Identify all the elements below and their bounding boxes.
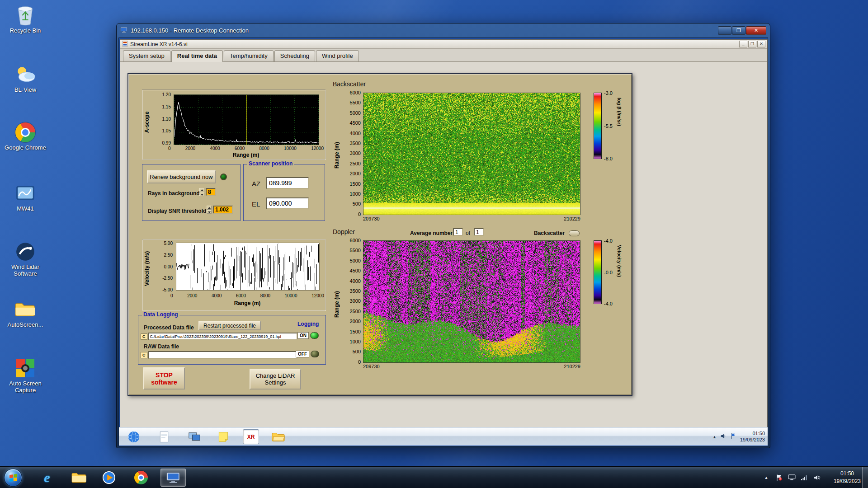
vi-restore-button[interactable]: ❐	[748, 41, 756, 47]
maximize-button[interactable]: ❐	[732, 26, 745, 35]
doppler-colorbar	[594, 240, 602, 304]
raw-path-drive[interactable]: C	[141, 352, 147, 358]
ascope-xticks: 020004000600080001000012000	[168, 146, 324, 151]
off-label: OFF	[296, 351, 309, 357]
vi-minimize-button[interactable]: _	[739, 41, 747, 47]
desktop-icon-label: AutoScreen...	[8, 322, 43, 328]
remote-desktop-icon	[166, 472, 180, 483]
data-logging-group: Data Logging Processed Data file Restart…	[138, 315, 326, 365]
raw-logging-switch[interactable]: OFF	[296, 351, 319, 357]
desktop-icon-mw41[interactable]: MW41	[3, 183, 48, 212]
show-desktop-button[interactable]	[862, 467, 868, 488]
tab-scheduling[interactable]: Scheduling	[274, 50, 315, 61]
session-clock-date: 19/09/2023	[740, 437, 765, 443]
tab-system-setup[interactable]: System setup	[123, 50, 170, 61]
hidden-icons-arrow[interactable]: ▲	[762, 474, 770, 482]
desktop-icon-wind-lidar[interactable]: Wind Lidar Software	[3, 241, 48, 277]
monitor-tray-icon[interactable]	[788, 474, 796, 482]
az-value-field[interactable]: 089.999	[266, 177, 309, 189]
data-logging-title: Data Logging	[142, 312, 179, 318]
raw-path-field[interactable]	[148, 351, 297, 359]
vi-app-icon	[122, 40, 128, 48]
stop-software-button[interactable]: STOP software	[143, 367, 185, 389]
backscatter-toggle[interactable]	[569, 230, 580, 236]
snr-value-field[interactable]: 1.002	[213, 206, 233, 214]
off-rocker-icon	[311, 351, 319, 357]
close-button[interactable]: ✕	[746, 26, 766, 35]
backscatter-cbar-ticks: -3.0-5.5-8.0	[604, 90, 613, 161]
backscatter-yticks: 6000550050004500400035003000250020001500…	[340, 90, 361, 217]
xr-app-icon[interactable]: XR	[243, 429, 259, 444]
globe-icon[interactable]	[126, 429, 142, 444]
rdp-window: 192.168.0.150 - Remote Desktop Connectio…	[116, 23, 770, 448]
vi-close-button[interactable]: ✕	[757, 41, 765, 47]
ascope-graph: A-scope 1.201.151.101.050.99 02000400060…	[142, 89, 326, 160]
rays-value-field[interactable]: 8	[206, 188, 216, 196]
el-value-field[interactable]: 090.000	[266, 197, 309, 209]
tab-wind-profile[interactable]: Wind profile	[316, 50, 359, 61]
velocity-xlabel: Range (m)	[176, 300, 319, 306]
taskbar-internet-explorer[interactable]: e	[34, 469, 60, 487]
notepad-icon[interactable]	[156, 429, 172, 444]
host-clock-date: 19/09/2023	[834, 478, 861, 485]
action-center-flag-icon[interactable]	[775, 474, 783, 482]
explorer-folder-icon	[71, 471, 87, 484]
open-folder-icon[interactable]	[270, 429, 287, 444]
session-clock[interactable]: 01:50 19/09/2023	[740, 431, 765, 443]
ascope-xlabel: Range (m)	[174, 152, 318, 158]
rdp-window-title: 192.168.0.150 - Remote Desktop Connectio…	[131, 27, 249, 34]
front-panel: A-scope 1.201.151.101.050.99 02000400060…	[127, 73, 632, 396]
snr-spinner[interactable]	[207, 206, 212, 214]
average-number-field[interactable]: 1	[453, 228, 463, 236]
wind-lidar-icon	[14, 241, 36, 263]
velocity-plot-canvas	[176, 243, 320, 291]
rays-in-background-label: Rays in background	[148, 190, 200, 197]
scanner-position-title: Scanner position	[247, 161, 294, 167]
start-button[interactable]	[4, 469, 22, 487]
network-tray-icon[interactable]	[800, 474, 808, 482]
tab-temp-humidity[interactable]: Temp/humidity	[224, 50, 274, 61]
taskbar-chrome[interactable]	[128, 469, 154, 487]
session-flag-icon[interactable]	[730, 433, 736, 441]
desktop-icon-bl-view[interactable]: BL-View	[3, 64, 48, 94]
taskbar-media-player[interactable]	[96, 469, 122, 487]
rdp-titlebar[interactable]: 192.168.0.150 - Remote Desktop Connectio…	[118, 23, 768, 38]
doppler-colorbar-label: Velocity (m/s)	[617, 245, 622, 277]
desktop-icon-label: BL-View	[14, 87, 36, 94]
renew-background-button[interactable]: Renew background now	[147, 170, 216, 183]
restart-processed-file-button[interactable]: Restart processed file	[198, 321, 261, 330]
host-clock[interactable]: 01:50 19/09/2023	[834, 470, 861, 485]
session-hidden-icons-arrow[interactable]: ▲	[712, 435, 717, 439]
az-label: AZ	[252, 180, 260, 188]
stop-line2: software	[151, 379, 177, 386]
backscatter-colorbar-label: log β (/m/sr)	[617, 98, 622, 126]
backscatter-ylabel: Range (m)	[334, 126, 340, 185]
scanner-position-group: Scanner position AZ 089.999 EL 090.000	[243, 164, 325, 221]
processed-path-drive[interactable]: C	[141, 333, 147, 340]
chrome-icon	[14, 122, 36, 143]
stop-line1: STOP	[156, 371, 173, 379]
host-clock-time: 01:50	[834, 470, 861, 478]
notes-icon[interactable]	[215, 429, 231, 444]
processed-logging-switch[interactable]: ON	[297, 332, 319, 339]
desktop-icon-recycle-bin[interactable]: Recycle Bin	[3, 5, 48, 34]
desktop-icon-google-chrome[interactable]: Google Chrome	[3, 122, 48, 151]
rays-spinner[interactable]	[199, 188, 204, 196]
change-lidar-settings-button[interactable]: Change LiDAR Settings	[250, 369, 301, 389]
dual-monitor-icon[interactable]	[186, 429, 203, 444]
recycle-bin-icon	[14, 5, 36, 26]
taskbar-explorer[interactable]	[66, 469, 92, 487]
session-volume-icon[interactable]	[720, 433, 726, 441]
minimize-button[interactable]: –	[718, 26, 731, 35]
average-of-field[interactable]: 1	[474, 228, 484, 236]
volume-tray-icon[interactable]	[813, 474, 821, 482]
vi-titlebar[interactable]: StreamLine XR v14-6.vi _ ❐ ✕	[120, 40, 767, 49]
desktop-icon-label: Wind Lidar Software	[3, 264, 48, 277]
desktop-icon-autoscreen[interactable]: AutoScreen...	[3, 299, 48, 328]
taskbar-remote-desktop[interactable]	[160, 469, 186, 487]
session-taskbar: XR ▲ 01:50 19/09/2023	[119, 427, 768, 446]
tab-real-time-data[interactable]: Real time data	[171, 50, 223, 62]
processed-path-field[interactable]: C:\Lidar\Data\Proc\2023\202309\20230919\…	[148, 333, 297, 340]
raw-data-file-label: RAW Data file	[144, 343, 179, 350]
desktop-icon-auto-screen-capture[interactable]: Auto Screen Capture	[3, 357, 48, 394]
